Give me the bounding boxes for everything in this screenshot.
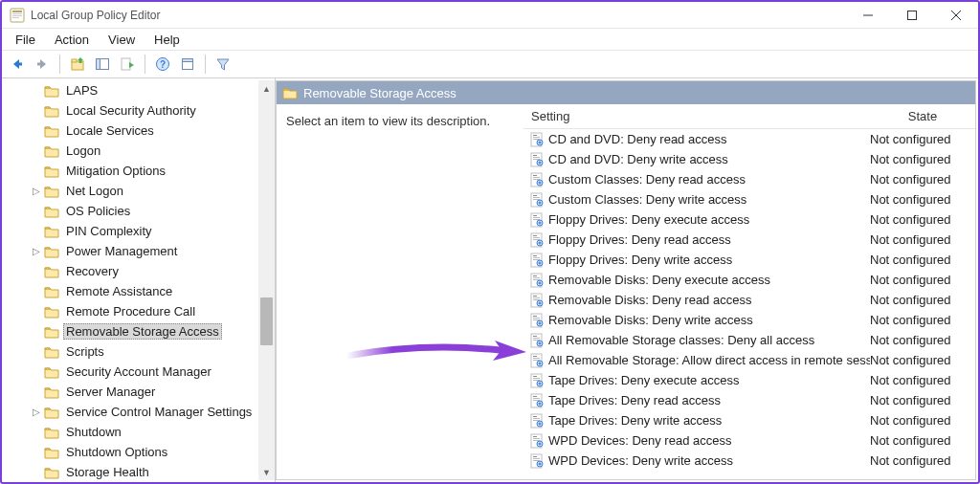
policy-icon bbox=[529, 212, 545, 228]
tree-node[interactable]: Server Manager bbox=[4, 382, 258, 402]
svg-rect-26 bbox=[539, 142, 542, 143]
policy-row[interactable]: All Removable Storage classes: Deny all … bbox=[523, 330, 975, 350]
folder-icon bbox=[44, 446, 59, 459]
policy-row[interactable]: Removable Disks: Deny read accessNot con… bbox=[523, 290, 975, 310]
svg-rect-112 bbox=[533, 396, 537, 397]
folder-icon bbox=[44, 385, 59, 399]
policy-row[interactable]: Removable Disks: Deny execute accessNot … bbox=[523, 270, 975, 290]
column-header-setting[interactable]: Setting bbox=[523, 104, 870, 128]
back-button[interactable] bbox=[6, 53, 29, 76]
svg-rect-82 bbox=[539, 302, 542, 303]
policy-row[interactable]: Tape Drives: Deny read accessNot configu… bbox=[523, 390, 975, 410]
menu-help[interactable]: Help bbox=[145, 31, 189, 49]
policy-row[interactable]: Removable Disks: Deny write accessNot co… bbox=[523, 310, 975, 330]
show-hide-tree-button[interactable] bbox=[91, 53, 114, 76]
policy-setting-label: Floppy Drives: Deny read access bbox=[548, 232, 731, 247]
scroll-up-icon[interactable]: ▲ bbox=[258, 80, 275, 97]
up-one-level-button[interactable] bbox=[66, 53, 89, 76]
tree-node[interactable]: ▷Power Management bbox=[4, 241, 258, 261]
svg-rect-33 bbox=[539, 162, 542, 163]
tree-node[interactable]: PIN Complexity bbox=[4, 221, 258, 241]
policy-setting-label: WPD Devices: Deny write access bbox=[548, 453, 733, 468]
expand-icon[interactable]: ▷ bbox=[29, 407, 44, 417]
export-list-button[interactable] bbox=[116, 53, 139, 76]
tree-node[interactable]: ▷Service Control Manager Settings bbox=[4, 402, 258, 422]
svg-rect-89 bbox=[539, 322, 542, 323]
policy-row[interactable]: All Removable Storage: Allow direct acce… bbox=[523, 350, 975, 370]
tree-node[interactable]: Local Security Authority bbox=[4, 100, 258, 121]
scrollbar-track[interactable] bbox=[258, 97, 275, 464]
menubar: File Action View Help bbox=[2, 29, 978, 50]
policy-row[interactable]: Custom Classes: Deny write accessNot con… bbox=[523, 189, 975, 209]
policy-setting-label: Custom Classes: Deny read access bbox=[548, 172, 746, 187]
tree-node[interactable]: Shutdown Options bbox=[4, 442, 258, 462]
policy-setting-cell: All Removable Storage classes: Deny all … bbox=[523, 333, 870, 348]
body: LAPSLocal Security AuthorityLocale Servi… bbox=[2, 78, 978, 482]
menu-action[interactable]: Action bbox=[45, 31, 99, 49]
filter-button[interactable] bbox=[212, 53, 234, 76]
policy-setting-cell: Removable Disks: Deny write access bbox=[523, 313, 870, 328]
policy-row[interactable]: CD and DVD: Deny write accessNot configu… bbox=[523, 149, 975, 169]
svg-rect-131 bbox=[539, 443, 542, 444]
tree-node-label: Net Logon bbox=[63, 183, 126, 199]
tree-node[interactable]: Logon bbox=[4, 141, 258, 161]
tree-node[interactable]: Recovery bbox=[4, 261, 258, 281]
policy-row[interactable]: Floppy Drives: Deny write accessNot conf… bbox=[523, 250, 975, 270]
svg-rect-110 bbox=[539, 383, 542, 384]
tree-node[interactable]: LAPS bbox=[4, 80, 258, 100]
expand-icon[interactable]: ▷ bbox=[29, 246, 44, 256]
tree-node[interactable]: ▷Net Logon bbox=[4, 181, 258, 201]
tree-node[interactable]: Locale Services bbox=[4, 121, 258, 141]
policy-row[interactable]: Custom Classes: Deny read accessNot conf… bbox=[523, 169, 975, 189]
maximize-button[interactable] bbox=[890, 2, 934, 29]
tree-node[interactable]: Scripts bbox=[4, 341, 258, 362]
tree-scrollbar[interactable]: ▲ ▼ bbox=[258, 80, 275, 480]
tree-node[interactable]: Remote Assistance bbox=[4, 281, 258, 301]
tree-node-label: Mitigation Options bbox=[63, 163, 168, 179]
svg-rect-84 bbox=[533, 316, 537, 317]
tree-view[interactable]: LAPSLocal Security AuthorityLocale Servi… bbox=[4, 80, 258, 480]
tree-node[interactable]: Storage Health bbox=[4, 462, 258, 480]
policy-row[interactable]: Floppy Drives: Deny read accessNot confi… bbox=[523, 230, 975, 250]
tree-node[interactable]: OS Policies bbox=[4, 201, 258, 221]
column-header-state[interactable]: State bbox=[870, 104, 975, 128]
policy-state-cell: Not configured bbox=[870, 232, 975, 247]
svg-rect-99 bbox=[533, 358, 540, 359]
scroll-down-icon[interactable]: ▼ bbox=[258, 464, 275, 480]
policy-setting-label: CD and DVD: Deny write access bbox=[548, 152, 728, 166]
policy-icon bbox=[529, 132, 545, 147]
svg-rect-98 bbox=[533, 356, 537, 357]
tree-node[interactable]: Shutdown bbox=[4, 422, 258, 442]
policy-row[interactable]: Tape Drives: Deny write accessNot config… bbox=[523, 410, 975, 430]
svg-rect-78 bbox=[533, 297, 540, 298]
policy-row[interactable]: CD and DVD: Deny read accessNot configur… bbox=[523, 129, 975, 149]
tree-node[interactable]: Security Account Manager bbox=[4, 362, 258, 382]
tree-node-label: Remote Assistance bbox=[63, 283, 175, 299]
policy-row[interactable]: Tape Drives: Deny execute accessNot conf… bbox=[523, 370, 975, 390]
forward-button[interactable] bbox=[31, 53, 54, 76]
policy-setting-cell: WPD Devices: Deny read access bbox=[523, 433, 870, 449]
policy-icon bbox=[529, 152, 545, 167]
properties-button[interactable] bbox=[176, 53, 199, 76]
policy-row[interactable]: WPD Devices: Deny read accessNot configu… bbox=[523, 430, 975, 451]
menu-view[interactable]: View bbox=[99, 31, 145, 49]
policy-setting-label: Custom Classes: Deny write access bbox=[548, 192, 746, 207]
svg-rect-119 bbox=[533, 416, 537, 417]
policy-row[interactable]: Floppy Drives: Deny execute accessNot co… bbox=[523, 209, 975, 230]
expand-icon[interactable]: ▷ bbox=[29, 186, 44, 196]
policy-setting-label: Tape Drives: Deny read access bbox=[548, 393, 721, 407]
svg-rect-10 bbox=[37, 63, 42, 66]
svg-rect-19 bbox=[183, 59, 193, 62]
policy-row[interactable]: WPD Devices: Deny write accessNot config… bbox=[523, 451, 975, 471]
tree-node[interactable]: Remote Procedure Call bbox=[4, 301, 258, 321]
help-button[interactable]: ? bbox=[151, 53, 174, 76]
close-button[interactable] bbox=[934, 2, 978, 29]
tree-node[interactable]: Mitigation Options bbox=[4, 161, 258, 181]
app-icon bbox=[10, 8, 25, 23]
minimize-button[interactable] bbox=[846, 2, 890, 29]
folder-icon bbox=[44, 144, 59, 158]
scrollbar-thumb[interactable] bbox=[260, 297, 273, 345]
tree-node[interactable]: Removable Storage Access bbox=[4, 321, 258, 341]
svg-rect-124 bbox=[539, 423, 542, 424]
menu-file[interactable]: File bbox=[6, 31, 45, 49]
